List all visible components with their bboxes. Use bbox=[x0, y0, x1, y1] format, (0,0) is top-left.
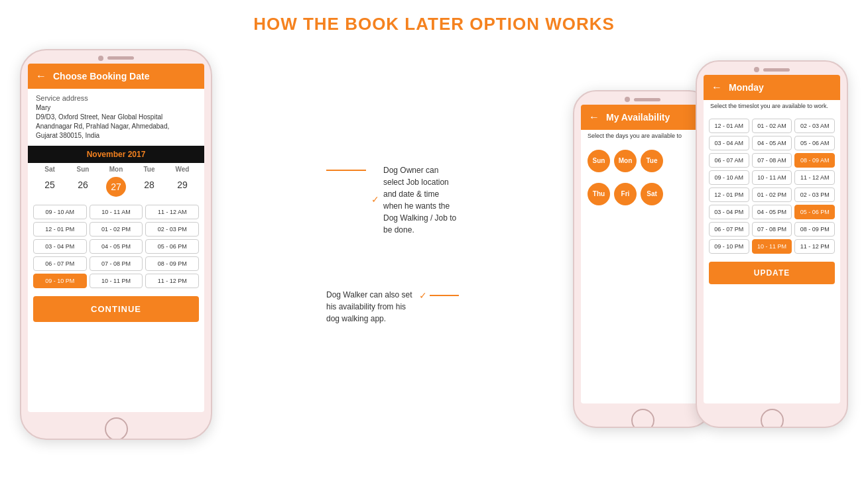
m-slot-08-09am[interactable]: 08 - 09 AM bbox=[794, 153, 835, 168]
slot-09-10pm[interactable]: 09 - 10 PM bbox=[33, 274, 87, 288]
day-wed: Wed bbox=[166, 166, 199, 173]
speaker-icon-r1 bbox=[634, 98, 660, 101]
m-slot-10-11pm[interactable]: 10 - 11 PM bbox=[752, 239, 792, 254]
service-address-value: MaryD9/D3, Oxford Street, Near Global Ho… bbox=[28, 103, 204, 146]
day-sun[interactable]: Sun bbox=[588, 150, 610, 172]
day-thu[interactable]: Thu bbox=[588, 183, 610, 205]
day-mon: Mon bbox=[99, 166, 133, 173]
day-sat: Sat bbox=[33, 166, 66, 173]
camera-icon bbox=[98, 56, 103, 61]
date-29[interactable]: 29 bbox=[166, 177, 199, 197]
availability-title: My Availability bbox=[606, 112, 670, 123]
m-slot-05-06am[interactable]: 05 - 06 AM bbox=[794, 136, 835, 150]
m-slot-05-06pm[interactable]: 05 - 06 PM bbox=[794, 205, 835, 219]
camera-icon-r1 bbox=[625, 97, 630, 102]
left-time-slots: 09 - 10 AM 10 - 11 AM 11 - 12 AM 12 - 01… bbox=[28, 201, 204, 292]
home-button-left[interactable] bbox=[105, 417, 128, 440]
slot-10-11pm[interactable]: 10 - 11 PM bbox=[90, 274, 143, 288]
monday-title: Monday bbox=[729, 82, 764, 93]
left-phone-header: ← Choose Booking Date bbox=[28, 64, 204, 89]
slot-11-12pm[interactable]: 11 - 12 PM bbox=[145, 274, 199, 288]
day-mon[interactable]: Mon bbox=[614, 150, 637, 172]
back-arrow-icon[interactable]: ← bbox=[36, 70, 46, 82]
m-slot-08-09pm[interactable]: 08 - 09 PM bbox=[794, 222, 835, 237]
m-slot-11-12pm[interactable]: 11 - 12 PM bbox=[794, 239, 835, 254]
m-slot-10-11am[interactable]: 10 - 11 AM bbox=[752, 170, 792, 185]
availability-header: ← My Availability bbox=[581, 105, 704, 130]
date-27[interactable]: 27 bbox=[106, 177, 126, 197]
day-sat[interactable]: Sat bbox=[641, 183, 663, 205]
availability-screen: ← My Availability Select the days you ar… bbox=[581, 105, 704, 403]
m-slot-12-01am[interactable]: 12 - 01 AM bbox=[709, 119, 749, 133]
left-phone-screen: ← Choose Booking Date Service address Ma… bbox=[28, 64, 204, 412]
monday-desc: Select the timeslot you are available to… bbox=[704, 100, 840, 115]
m-slot-07-08am[interactable]: 07 - 08 AM bbox=[752, 153, 792, 168]
calendar-dates: 25 26 27 28 29 bbox=[28, 176, 204, 201]
annotation-2-text: Dog Walker can also set his availability… bbox=[326, 289, 414, 325]
camera-icon-r2 bbox=[754, 67, 759, 72]
monday-time-slots: 12 - 01 AM 01 - 02 AM 02 - 03 AM 03 - 04… bbox=[704, 115, 840, 258]
day-tue: Tue bbox=[133, 166, 166, 173]
annotation-1-text: Dog Owner can select Job location and da… bbox=[383, 164, 459, 236]
left-header-title: Choose Booking Date bbox=[53, 71, 149, 81]
slot-09-10am[interactable]: 09 - 10 AM bbox=[33, 205, 87, 219]
date-26[interactable]: 26 bbox=[66, 177, 99, 197]
slot-10-11am[interactable]: 10 - 11 AM bbox=[90, 205, 143, 219]
annotation-area: ✓ Dog Owner can select Job location and … bbox=[326, 164, 459, 325]
m-slot-07-08pm[interactable]: 07 - 08 PM bbox=[752, 222, 792, 237]
m-slot-09-10am[interactable]: 09 - 10 AM bbox=[709, 170, 749, 185]
slot-07-08pm[interactable]: 07 - 08 PM bbox=[90, 256, 143, 271]
m-slot-03-04am[interactable]: 03 - 04 AM bbox=[709, 136, 749, 150]
phone-left: ← Choose Booking Date Service address Ma… bbox=[20, 49, 212, 440]
continue-button[interactable]: CONTINUE bbox=[33, 296, 199, 322]
date-25[interactable]: 25 bbox=[33, 177, 66, 197]
slot-04-05pm[interactable]: 04 - 05 PM bbox=[90, 239, 143, 254]
slot-08-09pm[interactable]: 08 - 09 PM bbox=[145, 256, 199, 271]
m-slot-09-10pm[interactable]: 09 - 10 PM bbox=[709, 239, 749, 254]
phone-availability: ← My Availability Select the days you ar… bbox=[573, 90, 712, 428]
m-slot-11-12am[interactable]: 11 - 12 AM bbox=[794, 170, 835, 185]
m-slot-01-02pm[interactable]: 01 - 02 PM bbox=[752, 187, 792, 202]
slot-01-02pm[interactable]: 01 - 02 PM bbox=[90, 222, 143, 237]
day-circles-row2: Thu Fri Sat bbox=[581, 178, 704, 211]
slot-11-12am[interactable]: 11 - 12 AM bbox=[145, 205, 199, 219]
slot-03-04pm[interactable]: 03 - 04 PM bbox=[33, 239, 87, 254]
m-slot-02-03pm[interactable]: 02 - 03 PM bbox=[794, 187, 835, 202]
home-button-r2[interactable] bbox=[761, 409, 784, 428]
availability-desc: Select the days you are available to bbox=[581, 130, 704, 144]
service-address-label: Service address bbox=[28, 89, 204, 103]
back-arrow-monday[interactable]: ← bbox=[712, 81, 722, 93]
m-slot-02-03am[interactable]: 02 - 03 AM bbox=[794, 119, 835, 133]
slot-06-07pm[interactable]: 06 - 07 PM bbox=[33, 256, 87, 271]
m-slot-04-05pm[interactable]: 04 - 05 PM bbox=[752, 205, 792, 219]
slot-02-03pm[interactable]: 02 - 03 PM bbox=[145, 222, 199, 237]
m-slot-06-07pm[interactable]: 06 - 07 PM bbox=[709, 222, 749, 237]
calendar-month-header: November 2017 bbox=[28, 146, 204, 163]
home-button-r1[interactable] bbox=[631, 409, 654, 428]
page-title: HOW THE BOOK LATER OPTION WORKS bbox=[253, 13, 615, 36]
back-arrow-availability[interactable]: ← bbox=[589, 111, 599, 123]
m-slot-01-02am[interactable]: 01 - 02 AM bbox=[752, 119, 792, 133]
m-slot-06-07am[interactable]: 06 - 07 AM bbox=[709, 153, 749, 168]
day-fri[interactable]: Fri bbox=[614, 183, 637, 205]
day-circles-row1: Sun Mon Tue bbox=[581, 144, 704, 178]
update-button[interactable]: UPDATE bbox=[709, 262, 835, 284]
monday-header: ← Monday bbox=[704, 75, 840, 100]
speaker-icon bbox=[107, 56, 134, 60]
speaker-icon-r2 bbox=[763, 68, 790, 72]
day-sun: Sun bbox=[66, 166, 99, 173]
m-slot-03-04pm[interactable]: 03 - 04 PM bbox=[709, 205, 749, 219]
day-tue[interactable]: Tue bbox=[641, 150, 663, 172]
slot-05-06pm[interactable]: 05 - 06 PM bbox=[145, 239, 199, 254]
m-slot-04-05am[interactable]: 04 - 05 AM bbox=[752, 136, 792, 150]
date-28[interactable]: 28 bbox=[133, 177, 166, 197]
phone-monday: ← Monday Select the timeslot you are ava… bbox=[696, 60, 848, 428]
calendar-days-header: Sat Sun Mon Tue Wed bbox=[28, 163, 204, 176]
m-slot-12-01pm[interactable]: 12 - 01 PM bbox=[709, 187, 749, 202]
monday-screen: ← Monday Select the timeslot you are ava… bbox=[704, 75, 840, 403]
slot-12-01pm[interactable]: 12 - 01 PM bbox=[33, 222, 87, 237]
